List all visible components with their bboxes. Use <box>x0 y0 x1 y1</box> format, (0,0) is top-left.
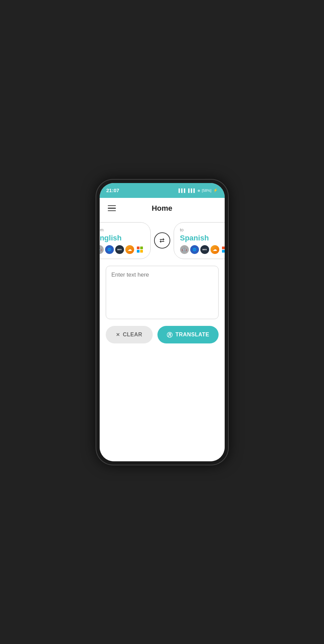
signal-icon-2: ▌▌▌ <box>188 188 196 192</box>
from-label: from <box>100 227 104 232</box>
status-time: 21:07 <box>106 187 119 193</box>
hamburger-line-1 <box>108 205 116 206</box>
from-language-card[interactable]: from English 🤖 🌐 aws ☁ <box>100 222 151 259</box>
from-language-icons: 🤖 🌐 aws ☁ <box>100 245 144 254</box>
phone-screen: 21:07 ▌▌▌ ▌▌▌ ⌾ [58%] ⚡ Home <box>100 183 225 461</box>
translate-button[interactable]: ㊊ TRANSLATE <box>157 326 219 343</box>
to-provider-icon-2: 🌐 <box>190 245 199 254</box>
battery-icon: [58%] <box>202 188 211 192</box>
to-language-card[interactable]: to Spanish 🤖 🌐 aws ☁ <box>174 222 225 259</box>
translate-button-label: TRANSLATE <box>175 332 209 338</box>
translate-icon: ㊊ <box>167 331 173 339</box>
to-provider-icon-3: aws <box>200 245 209 254</box>
x-icon: ✕ <box>116 332 120 337</box>
hamburger-line-2 <box>108 208 116 209</box>
phone-frame: 21:07 ▌▌▌ ▌▌▌ ⌾ [58%] ⚡ Home <box>96 180 228 465</box>
provider-icon-5 <box>135 245 144 254</box>
app-header: Home <box>100 198 225 219</box>
clear-button-label: CLEAR <box>123 332 143 338</box>
provider-icon-2: 🌐 <box>105 245 114 254</box>
status-icons: ▌▌▌ ▌▌▌ ⌾ [58%] ⚡ <box>179 188 218 192</box>
swap-icon: ⇄ <box>159 237 165 244</box>
from-language-name: English <box>100 234 122 242</box>
swap-languages-button[interactable]: ⇄ <box>154 232 170 249</box>
source-text-input[interactable] <box>111 272 213 312</box>
provider-icon-1: 🤖 <box>100 245 104 254</box>
provider-icon-3: aws <box>115 245 124 254</box>
status-bar: 21:07 ▌▌▌ ▌▌▌ ⌾ [58%] ⚡ <box>100 183 225 198</box>
app-content: Home from English 🤖 🌐 <box>100 198 225 461</box>
hamburger-line-3 <box>108 210 116 211</box>
clear-button[interactable]: ✕ CLEAR <box>106 326 153 343</box>
action-buttons: ✕ CLEAR ㊊ TRANSLATE <box>100 319 225 350</box>
provider-icon-4: ☁ <box>125 245 134 254</box>
hamburger-menu-button[interactable] <box>106 204 117 213</box>
page-title: Home <box>152 204 172 213</box>
to-provider-icon-4: ☁ <box>210 245 219 254</box>
to-language-icons: 🤖 🌐 aws ☁ <box>180 245 225 254</box>
to-provider-icon-5 <box>221 245 225 254</box>
signal-icon: ▌▌▌ <box>179 188 186 192</box>
language-selector-row: from English 🤖 🌐 aws ☁ <box>100 219 225 266</box>
to-label: to <box>180 227 184 232</box>
to-language-name: Spanish <box>180 234 209 242</box>
text-input-area[interactable] <box>106 266 219 319</box>
wifi-icon: ⌾ <box>198 188 200 192</box>
charging-icon: ⚡ <box>213 188 218 192</box>
to-provider-icon-1: 🤖 <box>180 245 189 254</box>
